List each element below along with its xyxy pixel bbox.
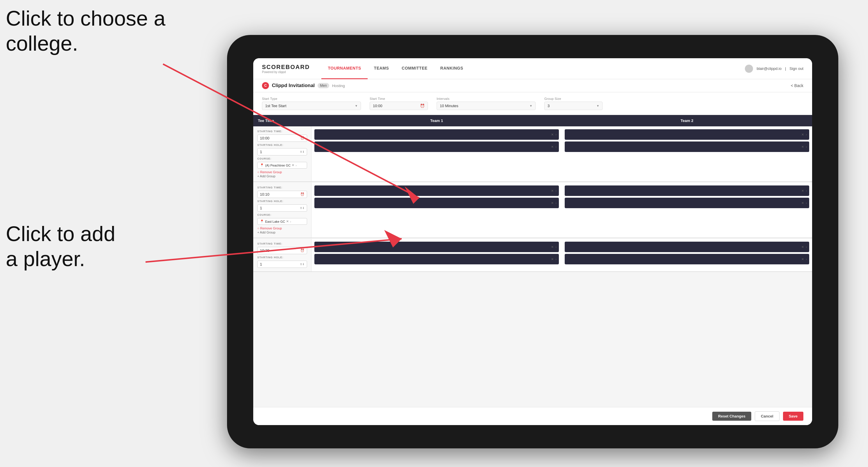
player-slot-1-1[interactable]: ✕ › <box>314 198 559 208</box>
group-row-0: STARTING TIME: 10:00 ⏰ STARTING HOLE: 1 … <box>253 126 812 182</box>
group-row-1: STARTING TIME: 10:10 ⏰ STARTING HOLE: 1 … <box>253 183 812 238</box>
remove-course-icon-1[interactable]: ✕ <box>286 220 289 223</box>
intervals-select[interactable]: 10 Minutes ▼ <box>437 102 535 110</box>
starting-hole-label-2: STARTING HOLE: <box>257 256 307 259</box>
player-slot-team2-0-1[interactable]: ✕ › <box>565 142 809 152</box>
close-icon: ✕ <box>801 245 804 249</box>
team1-column-1: ✕ › ✕ › <box>311 183 562 238</box>
app-header: SCOREBOARD Powered by clippd TOURNAMENTS… <box>253 58 812 79</box>
hosting-label: Hosting <box>332 84 345 88</box>
chevron-icon: ⬆⬇ <box>300 207 305 210</box>
schedule-table: STARTING TIME: 10:00 ⏰ STARTING HOLE: 1 … <box>253 126 812 407</box>
starting-time-input-2[interactable]: 10:20 ⏰ <box>257 247 307 254</box>
tablet-screen: SCOREBOARD Powered by clippd TOURNAMENTS… <box>253 58 812 425</box>
form-controls-bar: Start Type 1st Tee Start ▼ Start Time 10… <box>253 92 812 115</box>
tablet-frame: SCOREBOARD Powered by clippd TOURNAMENTS… <box>227 35 838 448</box>
annotation-mid: Click to add a player. <box>6 221 115 272</box>
intervals-label: Intervals <box>437 97 535 100</box>
nav-tab-rankings[interactable]: RANKINGS <box>434 58 470 79</box>
clock-icon: ⏰ <box>300 192 305 196</box>
group-size-select[interactable]: 3 ▼ <box>544 102 602 110</box>
group-actions-0: ○ Remove Group + Add Group <box>257 170 307 178</box>
starting-time-input-0[interactable]: 10:00 ⏰ <box>257 134 307 142</box>
player-slot-team2-2-0[interactable]: ✕ › <box>565 242 809 252</box>
clock-icon: ⏰ <box>300 136 305 140</box>
starting-time-input-1[interactable]: 10:10 ⏰ <box>257 191 307 198</box>
add-group-btn-1[interactable]: + Add Group <box>257 230 307 234</box>
group-actions-1: ○ Remove Group + Add Group <box>257 226 307 234</box>
team1-column-0: ✕ › ✕ › <box>311 126 562 181</box>
nav-tab-tournaments[interactable]: TOURNAMENTS <box>321 58 367 79</box>
edit-icon: › <box>806 257 807 261</box>
starting-hole-input-0[interactable]: 1 ⬆⬇ <box>257 148 307 155</box>
close-icon: ✕ <box>551 257 554 261</box>
player-slot-2-0[interactable]: ✕ › <box>314 242 559 252</box>
close-icon: ✕ <box>801 201 804 205</box>
chevron-icon: ⬆⬇ <box>300 262 305 266</box>
starting-time-label-1: STARTING TIME: <box>257 186 307 189</box>
nav-tab-teams[interactable]: TEAMS <box>368 58 396 79</box>
course-label-0: COURSE: <box>257 157 307 160</box>
player-slot-1-0[interactable]: ✕ › <box>314 185 559 196</box>
add-group-btn-0[interactable]: + Add Group <box>257 175 307 178</box>
close-icon: ✕ <box>551 245 554 249</box>
edit-icon: › <box>806 245 807 249</box>
chevron-down-icon: ▼ <box>596 104 599 107</box>
start-type-group: Start Type 1st Tee Start ▼ <box>262 97 361 110</box>
remove-group-btn-0[interactable]: ○ Remove Group <box>257 170 307 174</box>
event-name: Clippd Invitational <box>272 83 315 89</box>
logo-area: SCOREBOARD Powered by clippd <box>262 64 310 74</box>
starting-hole-label-1: STARTING HOLE: <box>257 200 307 203</box>
course-tag-0[interactable]: 📍 (A) Peachtree GC ✕ › <box>257 162 307 168</box>
nav-tabs: TOURNAMENTS TEAMS COMMITTEE RANKINGS <box>321 58 745 79</box>
start-type-label: Start Type <box>262 97 361 100</box>
remove-group-btn-1[interactable]: ○ Remove Group <box>257 226 307 230</box>
starting-time-label-0: STARTING TIME: <box>257 130 307 133</box>
cancel-button[interactable]: Cancel <box>755 411 779 421</box>
starting-hole-input-2[interactable]: 1 ⬆⬇ <box>257 260 307 268</box>
app-container: SCOREBOARD Powered by clippd TOURNAMENTS… <box>253 58 812 425</box>
edit-icon: › <box>806 145 807 149</box>
logo-title: SCOREBOARD <box>262 64 310 70</box>
team1-column-2: ✕ › ✕ › <box>311 239 562 271</box>
reset-changes-button[interactable]: Reset Changes <box>712 412 751 421</box>
starting-hole-input-1[interactable]: 1 ⬆⬇ <box>257 205 307 212</box>
start-type-select[interactable]: 1st Tee Start ▼ <box>262 102 361 110</box>
edit-icon: › <box>555 133 557 136</box>
start-time-input[interactable]: 10:00 ⏰ <box>370 102 428 110</box>
close-icon: ✕ <box>801 257 804 261</box>
edit-icon: › <box>555 257 557 261</box>
player-slot-team2-2-1[interactable]: ✕ › <box>565 254 809 264</box>
close-icon: ✕ <box>801 145 804 149</box>
annotation-top: Click to choose a college. <box>6 6 165 56</box>
group-left-0: STARTING TIME: 10:00 ⏰ STARTING HOLE: 1 … <box>253 126 311 181</box>
chevron-down-icon: ▼ <box>355 104 358 107</box>
player-slot-0-1[interactable]: ✕ › <box>314 142 559 152</box>
clock-icon: ⏰ <box>300 249 305 252</box>
player-slot-team2-1-1[interactable]: ✕ › <box>565 198 809 208</box>
breadcrumb-content: C Clippd Invitational Men Hosting <box>262 82 345 89</box>
th-team1: Team 1 <box>311 115 562 126</box>
player-slot-team2-0-0[interactable]: ✕ › <box>565 129 809 140</box>
course-tag-1[interactable]: 📍 East Lake GC ✕ › <box>257 218 307 225</box>
edit-icon: › <box>806 189 807 192</box>
back-button[interactable]: < Back <box>791 83 803 88</box>
sign-out-link[interactable]: Sign out <box>789 66 803 71</box>
group-row-2: STARTING TIME: 10:20 ⏰ STARTING HOLE: 1 … <box>253 239 812 272</box>
group-size-group: Group Size 3 ▼ <box>544 97 602 110</box>
edit-icon: › <box>555 201 557 205</box>
edit-icon: › <box>806 133 807 136</box>
group-size-label: Group Size <box>544 97 602 100</box>
start-time-label: Start Time <box>370 97 428 100</box>
player-slot-2-1[interactable]: ✕ › <box>314 254 559 264</box>
chevron-icon: › <box>296 164 297 167</box>
player-slot-team2-1-0[interactable]: ✕ › <box>565 185 809 196</box>
th-tee-time: Tee Time <box>253 115 311 126</box>
player-slot-0-0[interactable]: ✕ › <box>314 129 559 140</box>
nav-tab-committee[interactable]: COMMITTEE <box>395 58 434 79</box>
clock-icon: ⏰ <box>420 104 425 108</box>
team2-column-1: ✕ › ✕ › <box>562 183 812 238</box>
group-left-2: STARTING TIME: 10:20 ⏰ STARTING HOLE: 1 … <box>253 239 311 271</box>
remove-course-icon-0[interactable]: ✕ <box>292 163 294 167</box>
save-button[interactable]: Save <box>783 412 803 421</box>
